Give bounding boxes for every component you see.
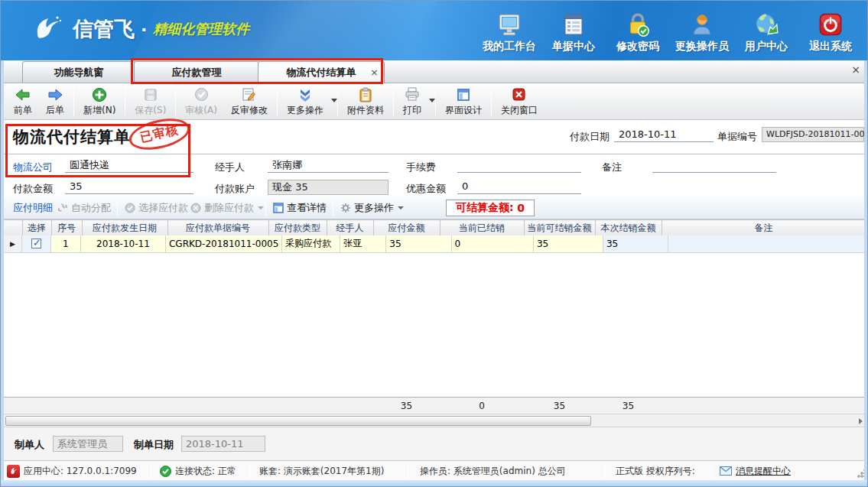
attachments-button[interactable]: 附件资料: [340, 85, 391, 119]
save-floppy-icon: [144, 86, 158, 103]
col-header-handler[interactable]: 经手人: [327, 220, 373, 236]
ui-design-button[interactable]: 界面设计: [438, 85, 489, 119]
prev-doc-button[interactable]: 前单: [7, 85, 39, 119]
status-bar: 应用中心: 127.0.0.1:7099 连接状态: 正常 账套: 演示账套(2…: [1, 460, 868, 480]
nav-change-password[interactable]: 修改密码: [606, 5, 670, 54]
scrollbar-right-arrow-icon[interactable]: [859, 418, 863, 424]
toolbar-separator: [393, 87, 394, 116]
maker-field: 系统管理员: [53, 436, 123, 452]
tab-payables-management[interactable]: 应付款管理: [134, 61, 259, 83]
view-detail-button[interactable]: 查看详情: [273, 196, 327, 219]
close-window-button[interactable]: 关闭窗口: [494, 85, 545, 119]
col-header-select[interactable]: 选择: [22, 220, 51, 236]
nav-user-center[interactable]: 用户中心: [734, 5, 798, 54]
nav-my-workbench[interactable]: 我的工作台: [477, 5, 541, 54]
row-available-cell: 35: [533, 235, 603, 252]
row-checkbox[interactable]: [31, 239, 41, 248]
window-design-icon: [457, 86, 470, 103]
handler-input[interactable]: 张南娜: [268, 158, 388, 173]
refresh-arrows-icon: [57, 203, 68, 213]
printer-icon: [405, 86, 420, 103]
logo-dot: ·: [141, 20, 147, 39]
status-separator: [408, 464, 408, 478]
nav-label: 单据中心: [552, 40, 595, 54]
fee-label: 手续费: [406, 161, 436, 174]
discount-input[interactable]: 0: [457, 180, 581, 194]
new-doc-button[interactable]: 新增(N): [76, 85, 122, 119]
nav-label: 退出系统: [809, 40, 852, 54]
logistics-company-label[interactable]: 物流公司: [13, 161, 53, 174]
audit-button[interactable]: 审核(A): [178, 85, 224, 119]
toolbar-separator: [277, 87, 278, 116]
save-button[interactable]: 保存(S): [128, 85, 173, 119]
tabbar-close-icon[interactable]: ×: [849, 63, 863, 76]
col-header-available[interactable]: 当前可结销金额: [524, 220, 595, 236]
pay-amount-input[interactable]: 35: [65, 180, 193, 194]
pay-account-field[interactable]: 现金 35: [268, 180, 388, 195]
add-plus-icon: [92, 86, 107, 103]
col-header-remark[interactable]: 备注: [662, 220, 866, 236]
app-center-icon: [7, 465, 20, 478]
nav-exit-system[interactable]: 退出系统: [798, 5, 863, 54]
nav-document-center[interactable]: 单据中心: [541, 5, 606, 54]
more-operations-button[interactable]: 更多操作: [280, 85, 335, 119]
row-select-cell[interactable]: [22, 235, 51, 252]
select-payable-button[interactable]: 选择应付款: [125, 196, 188, 219]
app-logo: 信管飞 · 精细化管理软件: [30, 11, 249, 47]
col-header-doc-no[interactable]: 应付款单据编号: [167, 220, 268, 236]
message-center-link[interactable]: 消息提醒中心: [736, 465, 791, 478]
grid-empty-area: [4, 253, 866, 397]
unaudit-edit-button[interactable]: 反审修改: [224, 85, 275, 119]
print-button[interactable]: 打印: [396, 85, 433, 119]
account-set-status: 账套: 演示账套(2017年第1期): [259, 461, 384, 481]
operator-status: 操作员: 系统管理员(admin) 总公司: [420, 461, 566, 481]
row-settled-cell: 0: [451, 235, 533, 252]
make-date-label: 制单日期: [134, 438, 174, 452]
tab-close-icon[interactable]: ×: [370, 62, 379, 83]
logistics-company-input[interactable]: 圆通快递: [65, 158, 193, 173]
col-header-current[interactable]: 本次结销金额: [595, 220, 662, 236]
row-current-cell[interactable]: 35: [603, 235, 668, 252]
row-remark-cell[interactable]: [668, 235, 867, 252]
doc-no-label: 单据编号: [717, 130, 757, 144]
pay-date-input[interactable]: 2018-10-11: [614, 128, 714, 142]
next-doc-button[interactable]: 后单: [39, 85, 71, 119]
row-handler-cell: 张亚: [340, 235, 386, 252]
delete-payable-button[interactable]: 删除应付款: [190, 196, 264, 219]
doc-title: 物流代付结算单: [13, 126, 131, 148]
grid-header: 选择 序号 应付款发生日期 应付款单据编号 应付款类型 经手人 应付金额 当前已…: [4, 219, 866, 236]
horizontal-scrollbar[interactable]: [4, 414, 866, 427]
app-center-status: 应用中心: 127.0.0.1:7099: [7, 461, 137, 481]
status-separator: [710, 464, 711, 478]
detail-separator: [265, 200, 266, 216]
nav-switch-operator[interactable]: 更换操作员: [670, 5, 734, 54]
delete-circle-icon: [190, 203, 201, 213]
scrollbar-thumb[interactable]: [5, 416, 591, 426]
audited-stamp: 已审核: [126, 113, 193, 154]
remark-input[interactable]: [652, 158, 776, 173]
audit-check-icon: [194, 86, 209, 103]
col-header-seq[interactable]: 序号: [51, 220, 82, 236]
exit-system-power-icon: [818, 8, 844, 37]
summary-current: 35: [595, 398, 662, 414]
col-header-date[interactable]: 应付款发生日期: [82, 220, 167, 236]
nav-label: 我的工作台: [483, 40, 536, 54]
tab-label: 应付款管理: [172, 67, 222, 78]
detail-more-ops-button[interactable]: 更多操作: [340, 196, 404, 219]
app-subtitle: 精细化管理软件: [153, 20, 249, 38]
col-header-settled[interactable]: 当前已结销: [440, 220, 524, 236]
nav-label: 用户中心: [745, 40, 788, 54]
col-header-amount[interactable]: 应付金额: [373, 220, 440, 236]
status-separator: [250, 464, 251, 478]
tab-logistics-settlement[interactable]: 物流代付结算单 ×: [258, 61, 385, 83]
payable-detail-title: 应付明细: [13, 196, 53, 219]
grid-summary-row: 35 0 35 35: [4, 397, 866, 414]
row-date-cell: 2018-10-11: [80, 235, 165, 252]
handler-label: 经手人: [215, 161, 245, 174]
table-row[interactable]: ▶ 1 2018-10-11 CGRKD-20181011-0005 采购应付款…: [4, 235, 867, 253]
fee-input[interactable]: [457, 158, 581, 173]
col-header-type[interactable]: 应付款类型: [268, 220, 327, 236]
auto-assign-button[interactable]: 自动分配: [57, 196, 111, 219]
dropdown-caret-icon: [331, 99, 337, 102]
tab-function-nav[interactable]: 功能导航窗: [22, 61, 135, 83]
